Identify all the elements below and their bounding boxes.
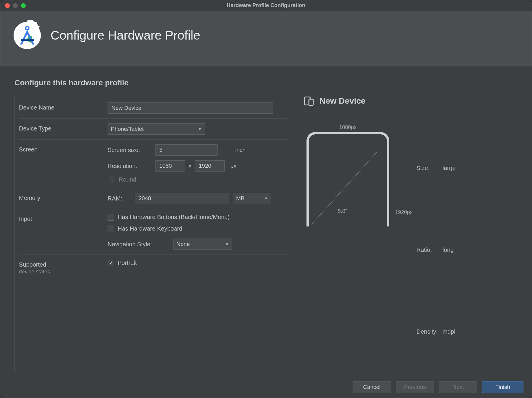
nav-style-label: Navigation Style: (108, 241, 170, 248)
row-device-name: Device Name (19, 98, 288, 119)
preview-header: New Device (304, 96, 518, 112)
device-type-label: Device Type (19, 123, 108, 132)
dim-height-label: 1920px (395, 209, 413, 216)
preview-panel: New Device 1080px 5.0" 1920px Size:large… (304, 96, 518, 373)
section-title: Configure this hardware profile (14, 78, 518, 87)
titlebar: Hardware Profile Configuration (0, 0, 532, 11)
diagonal-label: 5.0" (338, 208, 347, 214)
row-screen: Screen Screen size: inch Resolution: x (19, 140, 288, 188)
form-panel: Device Name Device Type Phone/Tablet ▼ (14, 96, 292, 373)
svg-rect-3 (21, 39, 34, 41)
window-title: Hardware Profile Configuration (0, 2, 532, 9)
hw-buttons-label: Has Hardware Buttons (Back/Home/Menu) (118, 214, 230, 221)
chevron-down-icon: ▼ (198, 127, 202, 131)
hw-keyboard-checkbox[interactable] (108, 226, 114, 232)
device-name-label: Device Name (19, 102, 108, 111)
ram-unit-value: MB (236, 195, 245, 202)
svg-rect-5 (309, 99, 313, 105)
ram-unit-select[interactable]: MB ▼ (233, 193, 271, 204)
round-checkbox (109, 177, 115, 183)
finish-button[interactable]: Finish (482, 381, 523, 393)
ram-input[interactable] (135, 193, 229, 204)
devices-icon (304, 96, 314, 106)
portrait-label: Portrait (118, 260, 137, 266)
preview-body: 1080px 5.0" 1920px Size:large Ratio:long… (304, 112, 518, 373)
row-device-type: Device Type Phone/Tablet ▼ (19, 119, 288, 140)
previous-button[interactable]: Previous (396, 381, 434, 393)
device-type-select[interactable]: Phone/Tablet ▼ (108, 123, 205, 135)
main-row: Device Name Device Type Phone/Tablet ▼ (14, 96, 518, 373)
hw-keyboard-label: Has Hardware Keyboard (118, 225, 182, 232)
device-name-input[interactable] (108, 102, 273, 114)
android-studio-icon (11, 19, 43, 52)
footer: Cancel Previous Next Finish (0, 376, 532, 398)
screen-size-input[interactable] (155, 144, 218, 156)
screen-label: Screen (19, 144, 108, 153)
nav-style-select[interactable]: None ▼ (173, 239, 232, 250)
round-label: Round (119, 176, 136, 183)
row-input: Input Has Hardware Buttons (Back/Home/Me… (19, 209, 288, 255)
header: Configure Hardware Profile (0, 11, 532, 66)
window: Hardware Profile Configuration Configure… (0, 0, 532, 398)
content: Configure this hardware profile Device N… (0, 66, 532, 376)
supported-states-label: Supported device states (19, 260, 108, 275)
dim-width-label: 1080px (306, 124, 389, 131)
ram-label: RAM: (108, 195, 131, 202)
device-type-value: Phone/Tablet (111, 126, 144, 132)
chevron-down-icon: ▼ (264, 196, 268, 201)
row-supported-states: Supported device states Portrait (19, 255, 288, 280)
memory-label: Memory (19, 193, 108, 201)
resolution-by: x (189, 163, 192, 169)
header-title: Configure Hardware Profile (51, 28, 200, 43)
resolution-width-input[interactable] (155, 160, 185, 172)
preview-stats: Size:large Ratio:long Density:mdpi (416, 127, 460, 373)
hw-buttons-checkbox[interactable] (108, 214, 114, 221)
device-diagram: 1080px 5.0" 1920px (306, 127, 398, 227)
svg-point-0 (14, 22, 41, 49)
screen-size-label: Screen size: (108, 147, 152, 154)
chevron-down-icon: ▼ (225, 242, 229, 247)
resolution-unit: px (231, 163, 236, 169)
portrait-checkbox[interactable] (108, 260, 114, 266)
nav-style-value: None (176, 241, 190, 247)
device-outline (306, 132, 389, 226)
next-button[interactable]: Next (439, 381, 477, 393)
cancel-button[interactable]: Cancel (353, 381, 391, 393)
screen-size-unit: inch (235, 147, 246, 153)
resolution-height-input[interactable] (195, 160, 225, 172)
svg-point-2 (26, 27, 28, 30)
preview-title: New Device (319, 96, 366, 106)
row-memory: Memory RAM: MB ▼ (19, 188, 288, 209)
input-label: Input (19, 214, 108, 222)
resolution-label: Resolution: (108, 163, 152, 169)
